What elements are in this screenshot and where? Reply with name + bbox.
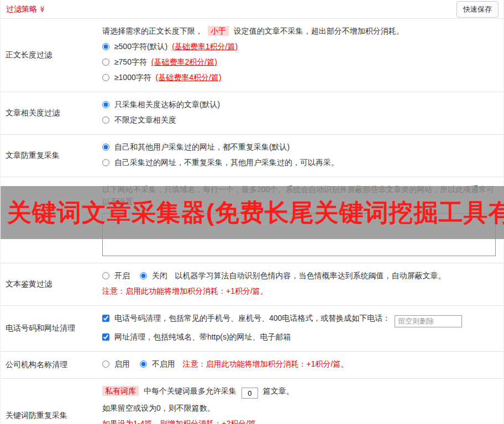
checkbox-input-phone-cleanup[interactable]	[102, 315, 109, 322]
option-label: 只采集相关度达标的文章(默认)	[114, 100, 220, 109]
company-options-line: 启用 不启用 注意：启用此功能将增加积分消耗：+1积分/篇。	[102, 358, 496, 370]
radio-line-750: ≥750字符 (基础费率2积分/篇)	[102, 56, 496, 68]
radio-option-dedup-own[interactable]: 自己采集过的网址，不重复采集，其他用户采集过的，可以再采。	[102, 158, 339, 167]
body-length-intro: 请选择需求的正文长度下限， 小于 设定值的文章不采集，超出部分不增加积分消耗。	[102, 25, 496, 37]
radio-line-dedup-all: 自己和其他用户采集过的网址，都不重复采集(默认)	[102, 141, 496, 153]
option-fee-note: (基础费率1积分/篇)	[172, 42, 238, 51]
radio-input-porn-off[interactable]	[140, 272, 147, 279]
filter-strategy-page: 过滤策略 ≫ 快速保存 正文长度过滤 请选择需求的正文长度下限， 小于 设定值的…	[0, 0, 504, 424]
radio-line-1000: ≥1000字符 (基础费率4积分/篇)	[102, 71, 496, 83]
radio-input-company-off[interactable]	[140, 361, 147, 368]
option-label: 不启用	[152, 359, 175, 368]
row-dedup-collection: 文章防重复采集 自己和其他用户采集过的网址，都不重复采集(默认) 自己采集过的网…	[1, 135, 503, 177]
option-label: 开启	[114, 271, 130, 280]
row-label-phone-cleanup: 电话号码和网址清理	[1, 306, 97, 351]
row-relevance-filter: 文章相关度过滤 只采集相关度达标的文章(默认) 不限定文章相关度	[1, 92, 503, 135]
intro-text-post: 设定值的文章不采集，超出部分不增加积分消耗。	[234, 26, 404, 35]
radio-line-500: ≥500字符(默认) (基础费率1积分/篇)	[102, 40, 496, 52]
company-cost-note: 注意：启用此功能将增加积分消耗：+1积分/篇。	[183, 359, 349, 368]
row-keyword-dedup: 关键词防重复采集 私有词库 中每个关键词最多允许采集 篇文章。 如果留空或设为0…	[1, 379, 503, 424]
row-label-company-cleanup: 公司机构名称清理	[1, 352, 97, 378]
page-title-text: 过滤策略	[6, 4, 37, 14]
max-articles-input[interactable]	[242, 388, 258, 399]
limit-text-end: 篇文章。	[263, 386, 294, 395]
phone-cleanup-line: 电话号码清理，包括常见的手机号、座机号、400电话格式，或替换成如下电话：	[102, 312, 496, 327]
keyword-note-cost: 如果设为1-4篇，则增加积分消耗：+2积分/篇。	[102, 417, 496, 424]
option-label: 自己采集过的网址，不重复采集，其他用户采集过的，可以再采。	[114, 158, 339, 167]
radio-option-750[interactable]: ≥750字符	[102, 57, 149, 66]
chevron-down-icon: ≫	[39, 6, 45, 13]
radio-option-500[interactable]: ≥500字符(默认)	[102, 42, 170, 51]
row-company-cleanup: 公司机构名称清理 启用 不启用 注意：启用此功能将增加积分消耗：+1积分/篇。	[1, 352, 503, 379]
option-fee-note: (基础费率4积分/篇)	[156, 73, 222, 82]
radio-option-relevance-strict[interactable]: 只采集相关度达标的文章(默认)	[102, 100, 220, 109]
option-label: ≥750字符	[114, 57, 147, 66]
option-label: 不限定文章相关度	[114, 115, 176, 124]
radio-line-relevance-strict: 只采集相关度达标的文章(默认)	[102, 98, 496, 110]
row-content-body-length: 请选择需求的正文长度下限， 小于 设定值的文章不采集，超出部分不增加积分消耗。 …	[97, 19, 503, 92]
intro-text-pre: 请选择需求的正文长度下限，	[102, 26, 203, 35]
row-label-keyword-dedup: 关键词防重复采集	[1, 379, 97, 424]
row-phone-url-cleanup: 电话号码和网址清理 电话号码清理，包括常见的手机号、座机号、400电话格式，或替…	[1, 306, 503, 352]
option-label: 电话号码清理，包括常见的手机号、座机号、400电话格式，或替换成如下电话：	[114, 314, 390, 322]
radio-input-750[interactable]	[102, 59, 109, 66]
option-label: 自己和其他用户采集过的网址，都不重复采集(默认)	[114, 142, 290, 151]
blacklist-intro: 以下网站不采集，只填域名，每行一个，最多200个。系统会自动识别并屏蔽那些非文章…	[102, 183, 496, 208]
radio-option-company-off[interactable]: 不启用	[140, 359, 177, 368]
porn-options-line: 开启 关闭 以机器学习算法自动识别色情内容，当色情概率达到系统阈值，自动屏蔽文章…	[102, 269, 496, 282]
row-label-porn: 文本鉴黄过滤	[1, 263, 97, 305]
radio-option-1000[interactable]: ≥1000字符	[102, 73, 154, 82]
radio-input-dedup-own[interactable]	[102, 159, 109, 166]
option-label: 关闭	[152, 271, 167, 280]
quick-save-button[interactable]: 快速保存	[456, 1, 498, 18]
keyword-limit-line: 私有词库 中每个关键词最多允许采集 篇文章。	[102, 385, 496, 399]
radio-input-500[interactable]	[102, 43, 109, 50]
row-content-blacklist: 以下网站不采集，只填域名，每行一个，最多200个。系统会自动识别并屏蔽那些非文章…	[97, 177, 503, 263]
porn-description: 以机器学习算法自动识别色情内容，当色情概率达到系统阈值，自动屏蔽文章。	[175, 271, 446, 280]
radio-input-company-on[interactable]	[102, 361, 109, 368]
replacement-phone-input[interactable]	[395, 315, 462, 327]
radio-input-relevance-strict[interactable]	[102, 101, 109, 108]
radio-line-relevance-any: 不限定文章相关度	[102, 114, 496, 126]
radio-input-1000[interactable]	[102, 74, 109, 81]
radio-option-dedup-all[interactable]: 自己和其他用户采集过的网址，都不重复采集(默认)	[102, 142, 290, 151]
limit-text: 中每个关键词最多允许采集	[144, 386, 237, 395]
radio-input-porn-on[interactable]	[102, 272, 109, 279]
radio-option-company-on[interactable]: 启用	[102, 359, 132, 368]
row-porn-filter: 文本鉴黄过滤 开启 关闭 以机器学习算法自动识别色情内容，当色情概率达到系统阈值…	[1, 263, 503, 306]
row-body-length-filter: 正文长度过滤 请选择需求的正文长度下限， 小于 设定值的文章不采集，超出部分不增…	[1, 19, 503, 92]
radio-input-dedup-all[interactable]	[102, 144, 109, 151]
row-content-relevance: 只采集相关度达标的文章(默认) 不限定文章相关度	[97, 92, 503, 134]
option-label: 网址清理，包括纯域名、带http(s)的网址、电子邮箱	[114, 332, 291, 341]
page-title[interactable]: 过滤策略 ≫	[6, 4, 46, 14]
highlight-less-than: 小于	[208, 26, 229, 36]
topbar: 过滤策略 ≫ 快速保存	[1, 0, 503, 19]
radio-option-porn-off[interactable]: 关闭	[140, 271, 170, 280]
row-site-blacklist: 以下网站不采集，只填域名，每行一个，最多200个。系统会自动识别并屏蔽那些非文章…	[1, 177, 503, 263]
porn-cost-note: 注意：启用此功能将增加积分消耗：+1积分/篇。	[102, 285, 496, 297]
option-fee-note: (基础费率2积分/篇)	[151, 57, 217, 66]
blacklist-textarea[interactable]	[102, 213, 496, 256]
row-label-relevance: 文章相关度过滤	[1, 92, 97, 134]
row-content-company-cleanup: 启用 不启用 注意：启用此功能将增加积分消耗：+1积分/篇。	[97, 352, 503, 378]
option-label: ≥500字符(默认)	[114, 42, 167, 51]
option-label: ≥1000字符	[114, 73, 151, 82]
row-content-dedup: 自己和其他用户采集过的网址，都不重复采集(默认) 自己采集过的网址，不重复采集，…	[97, 135, 503, 177]
checkbox-input-url-cleanup[interactable]	[102, 333, 109, 341]
row-label-body-length: 正文长度过滤	[1, 19, 97, 92]
radio-line-dedup-own: 自己采集过的网址，不重复采集，其他用户采集过的，可以再采。	[102, 156, 496, 168]
keyword-note-unlimited: 如果留空或设为0，则不限篇数。	[102, 402, 496, 414]
row-content-keyword-dedup: 私有词库 中每个关键词最多允许采集 篇文章。 如果留空或设为0，则不限篇数。 如…	[97, 379, 503, 424]
radio-input-relevance-any[interactable]	[102, 116, 109, 124]
checkbox-option-url-cleanup[interactable]: 网址清理，包括纯域名、带http(s)的网址、电子邮箱	[102, 332, 291, 341]
option-label: 启用	[114, 359, 130, 368]
url-cleanup-line: 网址清理，包括纯域名、带http(s)的网址、电子邮箱	[102, 331, 496, 343]
radio-option-relevance-any[interactable]: 不限定文章相关度	[102, 115, 176, 124]
row-label-dedup: 文章防重复采集	[1, 135, 97, 177]
radio-option-porn-on[interactable]: 开启	[102, 271, 132, 280]
checkbox-option-phone-cleanup[interactable]: 电话号码清理，包括常见的手机号、座机号、400电话格式，或替换成如下电话：	[102, 314, 392, 322]
row-label-blacklist	[1, 177, 97, 263]
private-thesaurus-highlight: 私有词库	[102, 386, 139, 396]
row-content-porn: 开启 关闭 以机器学习算法自动识别色情内容，当色情概率达到系统阈值，自动屏蔽文章…	[97, 263, 503, 305]
row-content-phone-cleanup: 电话号码清理，包括常见的手机号、座机号、400电话格式，或替换成如下电话： 网址…	[97, 306, 503, 351]
